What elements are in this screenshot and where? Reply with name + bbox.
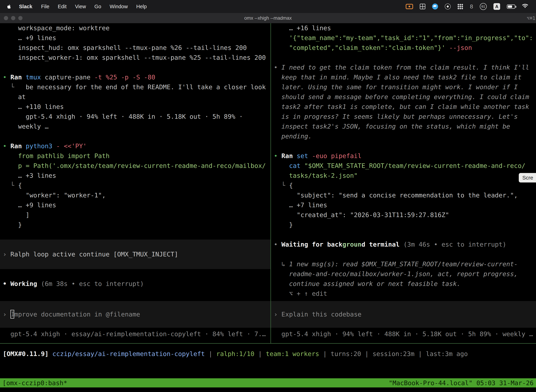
tmux-session-window: [omx-cczip0:bash*: [2, 379, 67, 387]
text-segment: readme-and-reco/mailbox/worker-1.json, a…: [274, 270, 518, 277]
text-segment: [22, 74, 26, 81]
terminal-line: └ {: [271, 181, 536, 190]
menu-edit[interactable]: Edit: [58, 4, 67, 9]
text-segment: pending.: [274, 133, 312, 140]
left-prompt-band[interactable]: › Improve documentation in @filename: [0, 301, 270, 328]
text-segment: └: [274, 182, 289, 189]
text-segment: "$OMX_TEAM_STATE_ROOT/team/review-curren…: [304, 162, 525, 169]
text-segment: groun: [342, 241, 361, 248]
text-segment: set: [297, 152, 308, 159]
battery-icon[interactable]: [507, 5, 515, 9]
zoom-button[interactable]: [18, 16, 23, 20]
utility-8-icon[interactable]: 8: [470, 4, 473, 9]
ralph-loop-notice: › Ralph loop active continue [OMX_TMUX_I…: [0, 249, 270, 259]
right-prompt-band[interactable]: › Explain this codebase: [271, 301, 536, 328]
text-segment: should send a message before completing …: [274, 93, 529, 100]
terminal-line: └ {: [0, 181, 270, 190]
terminal-line: [0, 131, 270, 141]
terminal-line: should send a message before completing …: [271, 92, 536, 102]
menu-view[interactable]: View: [75, 4, 86, 9]
text-segment: ]: [3, 211, 29, 219]
terminal-line: inspect task2's JSON, focusing on the st…: [271, 121, 536, 131]
terminal-line: ]: [0, 210, 270, 220]
terminal-line: [271, 249, 536, 259]
terminal-line: "created_at": "2026-03-31T11:59:27.816Z": [271, 210, 536, 220]
text-segment: -t %25 -p -S -80: [94, 74, 155, 81]
left-pane-scrollback: workspace_mode: worktree … +9 lines insp…: [0, 23, 270, 289]
text-segment: … +9 lines: [3, 34, 56, 42]
wifi-icon[interactable]: [522, 4, 528, 10]
terminal-line: • Waiting for background terminal (3m 46…: [271, 240, 536, 249]
terminal-line: pending.: [271, 131, 536, 141]
text-segment: [OMX#0.11.9]: [3, 350, 48, 357]
text-segment: tasks/task-2.json": [274, 172, 358, 179]
text-segment: Waiting for back: [281, 241, 342, 248]
text-segment: └: [3, 84, 26, 91]
screen-recording-indicator-icon[interactable]: [406, 4, 413, 9]
terminal-line: [0, 62, 270, 72]
menu-help[interactable]: Help: [136, 4, 147, 9]
terminal-line: '{"team_name":"my-team","task_id":"1","f…: [271, 33, 536, 43]
text-segment: --json: [449, 44, 472, 51]
text-segment: (3m 46s • esc to interrupt): [400, 241, 506, 248]
terminal-line: • Working (6m 38s • esc to interrupt): [0, 279, 270, 289]
right-prompt-input[interactable]: › Explain this codebase: [271, 309, 536, 319]
text-segment: └: [3, 182, 18, 189]
clipped-screen-notification[interactable]: Scre: [519, 173, 536, 182]
window-shortcut-hint: ⌥⌘1: [527, 15, 535, 21]
terminal-line: weekly …: [0, 121, 270, 131]
text-segment: gpt-5.4 xhigh · 94% left · 488K in · 5.1…: [274, 330, 533, 338]
text-segment: › Explain this codebase: [274, 311, 362, 318]
terminal-line: from pathlib import Path: [0, 151, 270, 161]
apple-menu-icon[interactable]: [6, 3, 12, 10]
text-segment: later. Using the same for transition mig…: [274, 84, 518, 91]
text-segment: {: [18, 182, 22, 189]
menu-bar-status-icons: 8 61 A: [406, 3, 528, 10]
text-segment: from pathlib import Path: [3, 152, 110, 159]
text-segment: ralph:1/10: [216, 350, 254, 357]
terminal-line: p = Path('.omx/state/team/review-current…: [0, 161, 270, 171]
active-app-name[interactable]: Slack: [19, 4, 32, 9]
dark-app-icon[interactable]: [445, 4, 451, 9]
minimize-button[interactable]: [11, 16, 15, 20]
text-segment: Ran: [10, 142, 22, 150]
window-controls: [4, 16, 23, 20]
terminal-window: workspace_mode: worktree … +9 lines insp…: [0, 23, 536, 343]
tmux-status-bar: [omx-cczip0:bash* "MacBook-Pro-44.local"…: [0, 378, 536, 387]
terminal-line: inspect_hud: omx sparkshell --tmux-pane …: [0, 43, 270, 53]
blue-app-icon[interactable]: [432, 4, 438, 9]
terminal-line: gpt-5.4 xhigh · 94% left · 488K in · 5.1…: [0, 112, 270, 121]
terminal-line: [271, 141, 536, 151]
text-segment: [53, 142, 56, 150]
menu-go[interactable]: Go: [94, 4, 101, 9]
text-segment: [274, 162, 289, 169]
left-pane-bottom: › Improve documentation in @filename gpt…: [0, 301, 270, 343]
terminal-line: [0, 269, 270, 279]
text-segment: "worker": "worker-1",: [3, 191, 106, 199]
text-segment: [22, 142, 26, 150]
close-button[interactable]: [4, 16, 8, 20]
text-segment: Ran: [281, 152, 293, 159]
terminal-line: • I need to get the claim token from the…: [271, 62, 536, 72]
text-segment: [48, 350, 53, 357]
terminal-line: "worker": "worker-1",: [0, 190, 270, 200]
text-segment: •: [274, 152, 281, 159]
text-segment: •: [3, 74, 10, 81]
menu-window[interactable]: Window: [110, 4, 128, 9]
battery-fill: [508, 5, 512, 8]
text-segment: capture-pane: [41, 74, 94, 81]
text-segment: I need to get the claim token from the c…: [281, 64, 529, 71]
text-segment: weekly …: [3, 123, 48, 130]
left-prompt-input[interactable]: › Improve documentation in @filename: [0, 309, 270, 319]
window-tiling-icon[interactable]: [420, 4, 425, 9]
text-segment: ›: [3, 311, 10, 318]
text-segment: team:1 workers: [266, 350, 319, 357]
text-segment: gpt-5.4 xhigh · 94% left · 488K in · 5.1…: [3, 113, 243, 120]
text-segment: ⌥ + ↑ edit: [274, 290, 327, 297]
menu-file[interactable]: File: [41, 4, 49, 9]
text-segment: [445, 44, 449, 51]
keyboard-layout-icon[interactable]: A: [493, 3, 500, 10]
app-grid-icon[interactable]: [457, 4, 463, 9]
badge-61-icon[interactable]: 61: [480, 3, 487, 10]
text-segment: … +9 lines: [3, 201, 56, 209]
